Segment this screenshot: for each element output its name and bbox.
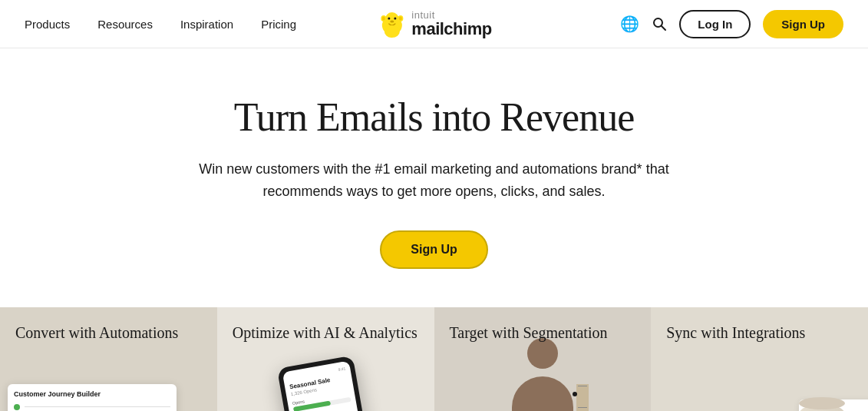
feature-automations-title: Convert with Automations (15, 324, 202, 342)
logo[interactable]: intuit mailchimp (376, 8, 491, 39)
ruler (576, 384, 589, 411)
svg-point-9 (384, 25, 399, 38)
signup-hero-button[interactable]: Sign Up (380, 230, 487, 269)
phone-frame: 9:41 Seasonal Sale 1,326 Opens Opens Cli… (277, 355, 374, 411)
journey-builder-title: Customer Journey Builder (14, 390, 170, 398)
feature-ai-analytics-title: Optimize with AI & Analytics (233, 324, 419, 342)
svg-point-3 (381, 17, 384, 21)
jb-connector (25, 406, 170, 407)
nav-products[interactable]: Products (25, 18, 70, 31)
person-head (527, 338, 558, 369)
search-button[interactable] (652, 16, 667, 31)
nav-left: Products Resources Inspiration Pricing (25, 18, 296, 31)
svg-point-8 (390, 21, 394, 23)
globe-button[interactable]: 🌐 (620, 15, 639, 33)
phone-screen: 9:41 Seasonal Sale 1,326 Opens Opens Cli… (282, 360, 368, 411)
feature-integrations[interactable]: Sync with Integrations (651, 307, 868, 411)
hero-section: Turn Emails into Revenue Win new custome… (0, 48, 868, 307)
svg-line-11 (662, 26, 665, 30)
svg-point-1 (384, 12, 398, 26)
cylinder-shape (799, 403, 845, 411)
hero-heading: Turn Emails into Revenue (31, 94, 837, 140)
svg-point-5 (398, 17, 401, 21)
feature-automations[interactable]: Convert with Automations Customer Journe… (0, 307, 217, 411)
signup-nav-button[interactable]: Sign Up (763, 10, 843, 38)
logo-icon (376, 8, 407, 39)
segmentation-mockup (497, 353, 589, 411)
login-button[interactable]: Log In (679, 10, 751, 38)
logo-name: mailchimp (411, 21, 491, 38)
navigation: Products Resources Inspiration Pricing (0, 0, 868, 48)
hero-subheading: Win new customers with the #1 email mark… (189, 158, 680, 203)
ruler-dot-top (573, 392, 577, 396)
nav-inspiration[interactable]: Inspiration (180, 18, 233, 31)
feature-segmentation[interactable]: Target with Segmentation (434, 307, 652, 411)
jb-step-1 (14, 404, 170, 410)
nav-resources[interactable]: Resources (97, 18, 153, 31)
integrations-mockup (791, 384, 853, 411)
ruler-mark (578, 386, 587, 386)
feature-ai-analytics[interactable]: Optimize with AI & Analytics 9:41 Season… (217, 307, 434, 411)
ruler-mark (578, 407, 587, 408)
feature-segmentation-title: Target with Segmentation (450, 324, 636, 342)
search-icon (652, 16, 667, 31)
svg-point-7 (394, 18, 396, 20)
feature-integrations-title: Sync with Integrations (666, 324, 853, 342)
jb-dot-green (14, 404, 20, 410)
svg-point-6 (388, 18, 390, 20)
nav-pricing[interactable]: Pricing (261, 18, 296, 31)
nav-right: 🌐 Log In Sign Up (620, 10, 843, 38)
feature-row: Convert with Automations Customer Journe… (0, 307, 868, 411)
phone-mockup: 9:41 Seasonal Sale 1,326 Opens Opens Cli… (277, 355, 374, 411)
automations-mockup: Customer Journey Builder (0, 369, 217, 411)
person-silhouette (512, 376, 573, 411)
